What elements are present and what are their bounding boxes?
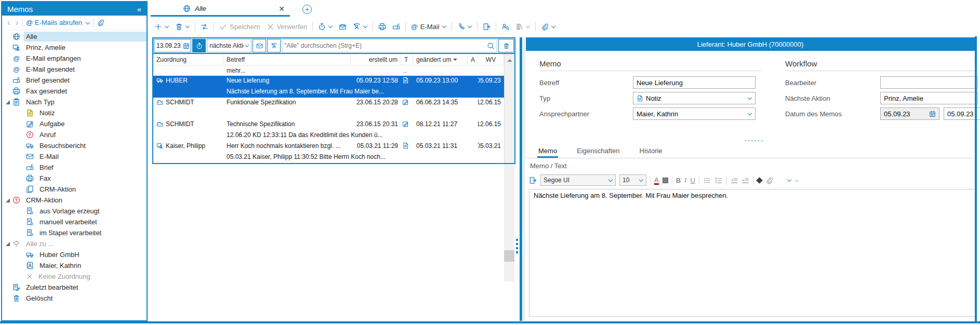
- italic-button[interactable]: I: [684, 176, 686, 184]
- email-filter-button[interactable]: [253, 39, 266, 52]
- sidebar-item-prinz-amelie[interactable]: Prinz, Amelie: [2, 42, 147, 53]
- sidebar-item-aus-vorlage-erzeugt[interactable]: aus Vorlage erzeugt: [2, 206, 147, 216]
- font-size-select[interactable]: 10: [619, 174, 646, 186]
- list-scrollbar[interactable]: [504, 54, 514, 163]
- action-select[interactable]: nächste Aktion: [207, 39, 251, 52]
- date-filter-field[interactable]: 13.09.23: [154, 39, 191, 52]
- expander-icon[interactable]: [6, 198, 10, 202]
- col-t[interactable]: T: [401, 54, 413, 65]
- sidebar-item-aufgabe[interactable]: Aufgabe: [2, 118, 147, 129]
- table-row[interactable]: SCHMIDT Technische Spezifikation 23.06.1…: [153, 119, 514, 141]
- bearbeiter-input[interactable]: [884, 79, 974, 87]
- scrollbar-thumb[interactable]: [504, 250, 514, 262]
- sidebar-item-brief-gesendet[interactable]: Brief gesendet: [2, 75, 147, 86]
- table-row[interactable]: SCHMIDT Funktionale Spezifikation 23.06.…: [153, 98, 514, 119]
- discard-button[interactable]: Verwerfen: [266, 22, 309, 32]
- research-button[interactable]: [514, 22, 531, 32]
- list-scrollbar-track[interactable]: [504, 164, 514, 281]
- memo-text-editor[interactable]: Nächste Lieferung am 8. September. Mit F…: [529, 189, 976, 317]
- col-erstellt-um[interactable]: erstellt um: [351, 54, 401, 65]
- col-geaendert-um[interactable]: geändert um: [413, 54, 468, 65]
- fax-button[interactable]: [377, 22, 387, 32]
- sidebar-item-crm-aktion[interactable]: CRM-Aktion: [2, 184, 147, 195]
- splitter-grip-icon[interactable]: [516, 239, 518, 253]
- col-a[interactable]: A: [468, 54, 478, 65]
- sidebar-item-manuell-verarbeitet[interactable]: manuell verarbeitet: [2, 216, 147, 227]
- paste-from-icon[interactable]: [529, 177, 537, 184]
- memo-date-field[interactable]: 05.09.23: [880, 107, 939, 120]
- tab-memo[interactable]: Memo: [537, 147, 558, 158]
- sidebar-item-huber-gmbh[interactable]: Huber GmbH: [2, 249, 147, 260]
- tab-alle[interactable]: Alle ✕: [151, 2, 290, 17]
- sidebar-item-brief[interactable]: Brief: [2, 162, 147, 173]
- sidebar-item-email[interactable]: E-Mail: [2, 151, 147, 162]
- search-icon[interactable]: [487, 42, 495, 50]
- sidebar-group-alle-zu[interactable]: Alle zu ...: [2, 238, 147, 249]
- indent-icon[interactable]: [741, 177, 749, 184]
- sidebar-item-email-empfangen[interactable]: @E-Mail empfangen: [2, 53, 147, 64]
- font-family-select[interactable]: Segoe UI: [540, 174, 616, 186]
- collapse-sidebar-icon[interactable]: «: [137, 5, 141, 13]
- table-row[interactable]: Kaiser, Philipp Herr Koch nochmals konta…: [153, 141, 514, 163]
- numbered-list-icon[interactable]: [714, 177, 722, 184]
- export-button[interactable]: [482, 22, 492, 32]
- sidebar-item-geloescht[interactable]: Gelöscht: [2, 293, 147, 304]
- paperclip-icon[interactable]: [97, 19, 104, 26]
- sidebar-item-email-gesendet[interactable]: @E-Mail gesendet: [2, 64, 147, 75]
- reminder-button[interactable]: [317, 22, 334, 32]
- highlight-color-button[interactable]: [663, 178, 668, 183]
- attachment-button[interactable]: [540, 22, 557, 32]
- sidebar-item-fax[interactable]: Fax: [2, 173, 147, 184]
- bold-button[interactable]: B: [676, 177, 681, 184]
- sidebar-item-im-stapel-verarbeitet[interactable]: im Stapel verarbeitet: [2, 227, 147, 238]
- new-tab-button[interactable]: +: [302, 5, 312, 14]
- panel-splitter[interactable]: [520, 37, 522, 321]
- typ-select[interactable]: Notiz: [633, 92, 756, 104]
- table-more-row[interactable]: mehr... .: [153, 65, 514, 76]
- sidebar-item-notiz[interactable]: Notiz: [2, 107, 147, 118]
- add-button[interactable]: [153, 22, 170, 32]
- scroll-up-icon[interactable]: [507, 57, 512, 62]
- fetch-mails-button[interactable]: @ E-Mails abrufen: [26, 19, 90, 26]
- email-button[interactable]: @E-Mail: [410, 22, 447, 32]
- expander-icon[interactable]: [6, 242, 10, 246]
- save-button[interactable]: Speichern: [218, 22, 261, 32]
- send-letter-button[interactable]: [338, 22, 348, 32]
- delete-button[interactable]: [174, 22, 191, 32]
- calendar-icon[interactable]: [183, 43, 190, 49]
- next-action-toggle-button[interactable]: [192, 39, 206, 52]
- contact-filter-button[interactable]: [267, 39, 281, 52]
- more-link[interactable]: mehr...: [223, 67, 351, 74]
- phone-button[interactable]: [456, 22, 473, 32]
- outdent-icon[interactable]: [730, 177, 738, 184]
- horizontal-splitter-grip[interactable]: ......: [744, 137, 764, 140]
- sidebar-item-maier-kathrin[interactable]: Maier, Kathrin: [2, 260, 147, 271]
- font-color-button[interactable]: A: [654, 176, 659, 185]
- search-input[interactable]: [284, 42, 485, 49]
- sidebar-item-fax-gesendet[interactable]: Fax gesendet: [2, 86, 147, 97]
- sidebar-group-nach-typ[interactable]: Nach Typ: [2, 97, 147, 107]
- sidebar-item-zuletzt-bearbeitet[interactable]: Zuletzt bearbeitet: [2, 282, 147, 293]
- naechste-aktion-input[interactable]: [884, 94, 974, 102]
- table-row[interactable]: HUBER Neue Lieferung 05.09.23 12:58 05.0…: [153, 76, 514, 98]
- calendar-icon[interactable]: [929, 111, 936, 117]
- expander-icon[interactable]: [6, 100, 10, 104]
- contact-search-button[interactable]: [500, 22, 510, 32]
- chevron-down-icon[interactable]: [787, 178, 791, 182]
- link-icon[interactable]: [765, 177, 773, 184]
- tab-historie[interactable]: Historie: [639, 147, 664, 158]
- letter-button[interactable]: [391, 22, 401, 32]
- sidebar-item-keine-zuordnung[interactable]: Keine Zuordnung: [2, 271, 147, 282]
- underline-button[interactable]: U: [690, 177, 695, 184]
- ansprechpartner-select[interactable]: Maier, Kathrin: [633, 107, 756, 120]
- betreff-input[interactable]: [637, 79, 752, 87]
- col-betreff[interactable]: Betreff: [223, 54, 351, 65]
- convert-button[interactable]: [200, 22, 209, 32]
- sidebar-item-anruf[interactable]: Anruf: [2, 129, 147, 140]
- sidebar-group-crm-aktion[interactable]: CRM-Aktion: [2, 195, 147, 206]
- symbol-button[interactable]: [756, 177, 763, 184]
- col-zuordnung[interactable]: Zuordnung: [153, 54, 223, 65]
- back-icon[interactable]: ‹: [6, 18, 11, 27]
- col-wv[interactable]: WV: [478, 54, 504, 65]
- refresh-contact-button[interactable]: [352, 22, 368, 32]
